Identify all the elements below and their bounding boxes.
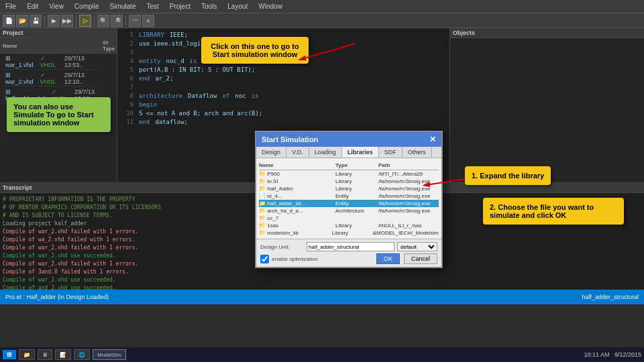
tab-vd[interactable]: V.D. [286, 147, 309, 158]
output-line: Compile of 3and.0 failed with 1 errors. [3, 268, 641, 276]
menu-edit[interactable]: Edit [24, 3, 41, 10]
status-unit: half_adder_structural [582, 294, 639, 300]
tab-loading[interactable]: Loading [309, 147, 342, 158]
full-layout: File Edit View Compile Simulate Test Pro… [0, 0, 644, 362]
zoom-out-btn[interactable]: 🔎 [111, 15, 123, 27]
table-row[interactable]: ⊞ war_2.vhd ✓ VHDL 29/7/13 13:10.. [0, 70, 100, 87]
start-button[interactable]: ⊞ [3, 350, 16, 359]
right-panel: Objects [449, 28, 644, 182]
dialog-close-button[interactable]: ✕ [429, 135, 436, 144]
toolbar-sep-3 [94, 15, 95, 26]
menu-test[interactable]: Test [144, 3, 161, 10]
dialog-title: Start Simulation [262, 135, 318, 143]
col-name: Name [0, 38, 100, 54]
annotation-click-simulate: Click on this one to go to Start simulat… [201, 37, 309, 64]
execution-select[interactable]: default [397, 242, 437, 251]
menu-simulate[interactable]: Simulate [107, 3, 139, 10]
list-header: Name Type Path [259, 161, 439, 170]
compile-btn[interactable]: ▶ [48, 15, 60, 27]
output-line: Compile of war_2.vhd use succeeded. [3, 276, 641, 284]
menu-compile[interactable]: Compile [72, 3, 102, 10]
list-item[interactable]: 📄 ot_4... Entity /fa/home/rr/3msig.exe [259, 192, 439, 200]
menu-bar: File Edit View Compile Simulate Test Pro… [0, 0, 644, 13]
annotation-choose-file: 2. Choose the file you want to simulate … [483, 198, 624, 225]
list-item[interactable]: 📁 cc_7 [259, 215, 439, 222]
status-bar: Pro.et : Half_adder (in Design Loaded) h… [0, 290, 644, 304]
list-item[interactable]: 📁 to.SI Library /fa/home/rr/3msig.exe [259, 178, 439, 185]
svg-line-1 [302, 44, 356, 59]
taskbar: ⊞ 📁 🖥 📝 🌐 ModelSim 10:11 AM 9/12/2015 [0, 347, 644, 362]
simulate-btn[interactable]: ▷ [79, 15, 91, 27]
dialog-tabs: Design V.D. Loading Libraries SDF Others [256, 147, 441, 158]
optimization-checkbox: enable optimization [260, 255, 318, 263]
taskbar-modelsim[interactable]: ModelSim [93, 349, 126, 360]
col-status: St Type [100, 38, 117, 54]
optimization-check-input[interactable] [260, 255, 269, 263]
menu-project[interactable]: Project [167, 3, 193, 10]
run-btn[interactable]: ▶▶ [61, 15, 73, 27]
project-panel-header: Project [0, 28, 117, 38]
list-item[interactable]: 📁 arch_ha_d_a... Architecture /fa/home/r… [259, 207, 439, 215]
table-row[interactable]: ⊞ war_1.vhd ✓ VHDL 29/7/13 13:53.. [0, 54, 100, 70]
list-btn[interactable]: ≡ [142, 15, 154, 27]
dialog-title-bar: Start Simulation ✕ [256, 132, 441, 147]
menu-view[interactable]: View [46, 3, 66, 10]
toolbar-sep-4 [125, 15, 126, 26]
list-item[interactable]: 📁 half_Adder Library /fa/home/rr/3msig.e… [259, 185, 439, 192]
tab-design[interactable]: Design [256, 147, 286, 158]
ok-button[interactable]: OK [376, 253, 400, 264]
taskbar-app-2[interactable]: 🖥 [38, 349, 52, 360]
start-simulation-dialog[interactable]: Start Simulation ✕ Design V.D. Loading L… [255, 131, 443, 268]
svg-line-3 [426, 178, 470, 185]
annotation-expand-library: 1. Expand the library [465, 166, 551, 185]
annotation-simulate: You can also use Simulate To go to Start… [7, 97, 111, 132]
list-item-selected[interactable]: 📁 half_adder_str... Entity /fa/home/rr/3… [259, 200, 439, 207]
dialog-footer: Design Unit: default enable optimization… [256, 239, 441, 267]
taskbar-app-1[interactable]: 📁 [19, 349, 35, 360]
arrow-to-simulate [295, 40, 362, 67]
output-line: Compile of and_2.vhd use succeeded. [3, 284, 641, 290]
open-btn[interactable]: 📂 [16, 15, 28, 27]
menu-tools[interactable]: Tools [199, 3, 219, 10]
list-item[interactable]: 📁 1sas Library #NULL_ILI_r_/sas [259, 222, 439, 229]
taskbar-app-4[interactable]: 🌐 [74, 349, 90, 360]
toolbar-sep-2 [76, 15, 76, 26]
tab-sdf[interactable]: SDF [379, 147, 402, 158]
list-item[interactable]: 📁 P900 Library /MTI_IT/...Altera29 [259, 170, 439, 178]
menu-window[interactable]: Window [256, 3, 285, 10]
design-unit-input[interactable] [307, 242, 394, 251]
dialog-body: Name Type Path 📁 P900 Library /MTI_IT/..… [256, 158, 441, 239]
design-unit-field: Design Unit: default [260, 242, 437, 251]
list-item[interactable]: 📁 modelsim_lib Library &MODEL_IECH/_Mode… [259, 229, 439, 237]
tab-libraries[interactable]: Libraries [342, 147, 379, 158]
toolbar-sep-1 [44, 15, 45, 26]
taskbar-app-3[interactable]: 📝 [55, 349, 71, 360]
menu-layout[interactable]: Layout [225, 3, 250, 10]
tab-others[interactable]: Others [402, 147, 432, 158]
menu-file[interactable]: File [3, 3, 19, 10]
save-btn[interactable]: 💾 [30, 15, 42, 27]
taskbar-clock: 10:11 AM 9/12/2015 [584, 351, 641, 358]
cancel-button[interactable]: Cancel [404, 253, 437, 264]
status-project: Pro.et : Half_adder (in Design Loaded) [5, 294, 109, 300]
files-table: Name St Type Modified ⊞ war_1.vhd ✓ VHDL… [0, 38, 117, 104]
zoom-in-btn[interactable]: 🔍 [97, 15, 109, 27]
right-panel-header: Objects [450, 28, 644, 38]
new-btn[interactable]: 📄 [3, 15, 15, 27]
dialog-buttons: OK Cancel [376, 253, 437, 264]
toolbar: 📄 📂 💾 ▶ ▶▶ ▷ 🔍 🔎 〰 ≡ [0, 13, 644, 28]
wave-btn[interactable]: 〰 [129, 15, 141, 27]
